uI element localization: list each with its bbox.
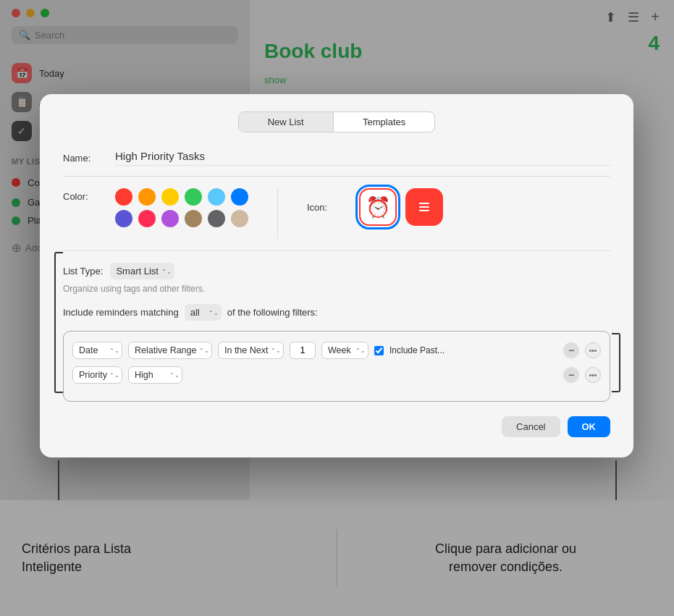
filter-row-1: Date Priority Tag Relative Range Exact D… bbox=[72, 342, 601, 359]
color-tan[interactable] bbox=[231, 210, 248, 227]
color-orange[interactable] bbox=[138, 188, 156, 206]
color-row-2 bbox=[115, 210, 248, 227]
tab-group: New List Templates bbox=[238, 111, 436, 132]
color-purple[interactable] bbox=[115, 210, 132, 227]
icon-row-container: Icon: ⏰ ≡ bbox=[307, 188, 443, 226]
color-section: Color: bbox=[63, 188, 248, 239]
number-input[interactable] bbox=[290, 342, 316, 359]
priority-field-select[interactable]: Priority Date Tag bbox=[72, 366, 122, 384]
color-lightblue[interactable] bbox=[208, 188, 225, 206]
filter-section: Date Priority Tag Relative Range Exact D… bbox=[63, 331, 610, 402]
matching-select[interactable]: all any bbox=[185, 304, 222, 321]
section-divider bbox=[277, 188, 278, 239]
include-label: Include reminders matching bbox=[63, 307, 179, 318]
left-arrow-line bbox=[58, 460, 59, 500]
color-label: Color: bbox=[63, 188, 106, 202]
divider bbox=[63, 176, 610, 177]
section-separator bbox=[63, 250, 610, 251]
color-green[interactable] bbox=[185, 188, 202, 206]
cancel-button[interactable]: Cancel bbox=[502, 416, 560, 437]
include-row: Include reminders matching all any of th… bbox=[63, 304, 610, 321]
icon-clock-option[interactable]: ⏰ bbox=[359, 188, 397, 226]
modal-footer: Cancel OK bbox=[63, 416, 610, 437]
relative-range-select[interactable]: Relative Range Exact Date bbox=[128, 342, 212, 359]
icon-section: Icon: ⏰ ≡ bbox=[307, 188, 443, 239]
filter-row-2: Priority Date Tag High Medium Low − ••• bbox=[72, 366, 601, 384]
name-label: Name: bbox=[63, 153, 106, 164]
list-type-subtitle: Organize using tags and other filters. bbox=[63, 284, 610, 294]
color-red[interactable] bbox=[115, 188, 132, 206]
list-type-select-wrapper: Smart List Standard bbox=[110, 263, 174, 279]
list-type-select[interactable]: Smart List Standard bbox=[110, 263, 174, 279]
more-filter-1-button[interactable]: ••• bbox=[585, 342, 601, 358]
list-type-row: List Type: Smart List Standard bbox=[63, 263, 610, 279]
smart-list-modal: New List Templates Name: Color: bbox=[40, 94, 633, 457]
include-past-checkbox[interactable] bbox=[374, 346, 384, 355]
color-grid bbox=[115, 188, 248, 227]
icon-list-option[interactable]: ≡ bbox=[405, 188, 443, 226]
color-violet[interactable] bbox=[161, 210, 179, 227]
name-input[interactable] bbox=[115, 150, 610, 166]
color-pink[interactable] bbox=[138, 210, 156, 227]
in-next-select-wrapper: In the Next In the Last bbox=[218, 342, 284, 359]
priority-select-wrapper: Priority Date Tag bbox=[72, 366, 122, 384]
matching-select-wrapper: all any bbox=[185, 304, 222, 321]
more-filter-2-button[interactable]: ••• bbox=[585, 367, 601, 383]
name-row: Name: bbox=[63, 150, 610, 166]
tab-templates[interactable]: Templates bbox=[334, 112, 434, 132]
high-select-wrapper: High Medium Low bbox=[128, 366, 182, 384]
week-select-wrapper: Week Day Month bbox=[321, 342, 368, 359]
tab-new-list[interactable]: New List bbox=[239, 112, 333, 132]
color-yellow[interactable] bbox=[161, 188, 179, 206]
in-next-select[interactable]: In the Next In the Last bbox=[218, 342, 284, 359]
modal-tabs: New List Templates bbox=[63, 111, 610, 132]
date-field-select[interactable]: Date Priority Tag bbox=[72, 342, 122, 359]
week-select[interactable]: Week Day Month bbox=[321, 342, 368, 359]
list-type-label: List Type: bbox=[63, 266, 103, 277]
remove-filter-2-button[interactable]: − bbox=[563, 367, 579, 383]
relative-range-select-wrapper: Relative Range Exact Date bbox=[128, 342, 212, 359]
color-row-1 bbox=[115, 188, 248, 206]
right-arrow-line bbox=[615, 460, 617, 500]
include-suffix: of the following filters: bbox=[227, 307, 318, 318]
right-bracket bbox=[612, 333, 620, 392]
high-select[interactable]: High Medium Low bbox=[128, 366, 182, 384]
left-bracket bbox=[54, 252, 63, 393]
date-select-wrapper: Date Priority Tag bbox=[72, 342, 122, 359]
remove-filter-1-button[interactable]: − bbox=[563, 342, 579, 358]
color-darkgray[interactable] bbox=[208, 210, 225, 227]
color-brown[interactable] bbox=[185, 210, 202, 227]
color-blue[interactable] bbox=[231, 188, 248, 206]
include-past-label: Include Past... bbox=[389, 345, 445, 355]
color-row-container: Color: bbox=[63, 188, 248, 227]
color-icon-section: Color: bbox=[63, 188, 610, 239]
ok-button[interactable]: OK bbox=[568, 416, 611, 437]
icon-label: Icon: bbox=[307, 202, 350, 213]
